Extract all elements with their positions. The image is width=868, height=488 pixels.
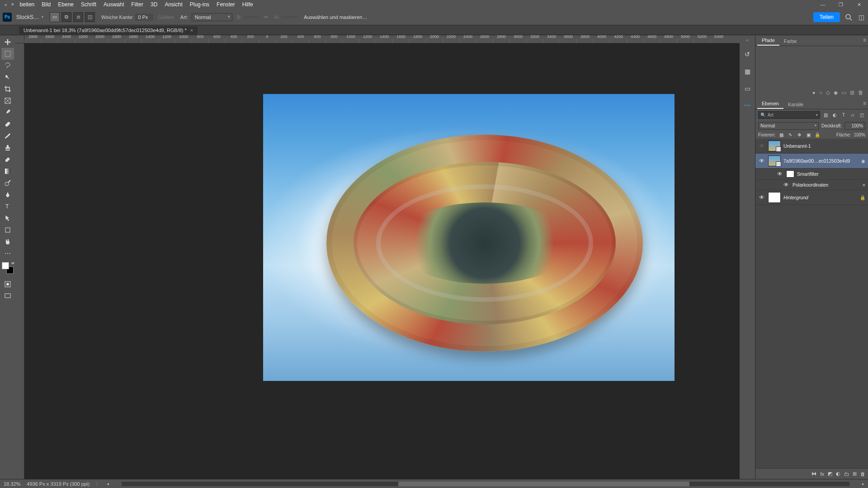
home-label[interactable]: StockS…	[16, 14, 39, 20]
menu-ansicht[interactable]: Ansicht	[161, 1, 186, 8]
gradient-tool[interactable]	[1, 165, 14, 177]
layer-row[interactable]: 👁 7a9f1960ae00…ec012503e4d9 ◉	[755, 154, 868, 169]
blend-mode-select[interactable]: Normal	[758, 122, 819, 130]
selection-intersect-button[interactable]: ◫	[85, 12, 95, 22]
menu-schrift[interactable]: Schrift	[77, 1, 100, 8]
path-mask-icon[interactable]: ▭	[841, 89, 846, 96]
more-tools-icon[interactable]: ⋯	[1, 248, 14, 259]
stamp-tool[interactable]	[1, 142, 14, 154]
swatches-panel-icon[interactable]: ▦	[742, 66, 753, 77]
menu-hilfe[interactable]: Hilfe	[239, 1, 257, 8]
lock-all-icon[interactable]: 🔒	[814, 132, 821, 137]
status-chevron-icon[interactable]: 〉	[96, 481, 100, 487]
minimize-button[interactable]: —	[814, 0, 832, 9]
select-and-mask-button[interactable]: Auswählen und maskieren…	[304, 14, 367, 20]
path-fill-icon[interactable]: ●	[812, 89, 816, 96]
layer-name[interactable]: Unbenannt-1	[783, 143, 865, 149]
layer-name[interactable]: Hintergrund	[783, 195, 857, 200]
path-selection-icon[interactable]: ◇	[826, 89, 830, 96]
hand-tool[interactable]	[1, 236, 14, 248]
selection-new-button[interactable]: ▭	[50, 12, 60, 22]
search-icon[interactable]	[844, 13, 853, 21]
scroll-left-icon[interactable]: ◂	[107, 481, 109, 486]
menu-fenster[interactable]: Fenster	[213, 1, 239, 8]
panel-menu-icon[interactable]: ≡	[863, 37, 866, 43]
selection-add-button[interactable]: ⧉	[61, 12, 71, 22]
quickmask-button[interactable]	[1, 278, 14, 290]
scrollbar-thumb[interactable]	[398, 482, 689, 486]
document-tab[interactable]: Unbenannt-1 bei 18,3% (7a9f1960ae00dd9fc…	[19, 26, 198, 34]
eyedropper-tool[interactable]	[1, 107, 14, 118]
layer-row[interactable]: 👁 Hintergrund 🔒	[755, 190, 868, 205]
color-swatches[interactable]: ⇄	[2, 262, 14, 274]
delete-layer-icon[interactable]: 🗑	[860, 471, 865, 477]
menu-3d[interactable]: 3D	[147, 1, 161, 8]
lock-transparency-icon[interactable]: ▦	[778, 132, 784, 137]
quick-select-tool[interactable]	[1, 71, 14, 83]
history-panel-icon[interactable]: ↺	[742, 49, 753, 60]
app-icon[interactable]: Ps	[3, 13, 12, 22]
layer-row[interactable]: 👁 Polarkoordinaten ≡	[755, 180, 868, 190]
screenmode-button[interactable]	[1, 290, 14, 302]
document-canvas[interactable]	[263, 94, 675, 381]
properties-panel-icon[interactable]: ▭	[742, 83, 753, 94]
filter-adjust-icon[interactable]: ◐	[831, 113, 838, 117]
adjustments-panel-icon[interactable]: 〰	[742, 100, 753, 111]
document-dimensions[interactable]: 4936 Px x 3319 Px (300 ppi)	[27, 481, 90, 487]
feather-input[interactable]: 0 Px	[135, 14, 153, 21]
layer-thumbnail[interactable]	[768, 192, 781, 203]
menu-bild[interactable]: Bild	[38, 1, 54, 8]
move-tool[interactable]	[1, 36, 14, 48]
lasso-tool[interactable]	[1, 60, 14, 71]
visibility-toggle[interactable]: 👁	[758, 194, 765, 201]
ruler-vertical[interactable]	[15, 35, 24, 479]
collapse-chevron-icon[interactable]: «	[746, 38, 748, 42]
layer-row[interactable]: 👁 Unbenannt-1	[755, 139, 868, 154]
path-combine-icon[interactable]: ◆	[834, 89, 838, 96]
selection-subtract-button[interactable]: ⧈	[73, 12, 83, 22]
visibility-toggle[interactable]: 👁	[758, 158, 765, 164]
ruler-origin[interactable]	[15, 35, 24, 43]
layer-filter-select[interactable]: 🔍 Art ▾	[758, 111, 820, 119]
layer-thumbnail[interactable]	[768, 141, 781, 151]
layers-menu-icon[interactable]: ≡	[863, 100, 866, 107]
menu-filter[interactable]: Filter	[127, 1, 147, 8]
tab-ebenen[interactable]: Ebenen	[757, 99, 783, 109]
lock-artboard-icon[interactable]: ▣	[805, 132, 811, 137]
filter-shape-icon[interactable]: ▱	[849, 113, 856, 117]
canvas-area[interactable]	[15, 35, 740, 479]
layer-name[interactable]: Smartfilter	[797, 171, 865, 177]
style-select[interactable]: Normal	[192, 13, 232, 21]
path-delete-icon[interactable]: 🗑	[858, 89, 863, 96]
filter-type-icon[interactable]: T	[840, 113, 847, 117]
visibility-toggle[interactable]: 👁	[776, 171, 783, 177]
scroll-right-icon[interactable]: ▸	[862, 481, 864, 486]
path-stroke-icon[interactable]: ○	[819, 89, 822, 96]
share-button[interactable]: Teilen	[813, 12, 840, 22]
lock-position-icon[interactable]: ✥	[796, 132, 802, 137]
link-layers-icon[interactable]: ⧓	[811, 471, 816, 477]
ruler-horizontal[interactable]	[24, 35, 740, 43]
eraser-tool[interactable]	[1, 154, 14, 165]
type-tool[interactable]: T	[1, 201, 14, 212]
pen-tool[interactable]	[1, 189, 14, 201]
visibility-toggle[interactable]: 👁	[783, 182, 790, 188]
path-select-tool[interactable]	[1, 212, 14, 224]
opacity-input[interactable]: 100%	[844, 122, 865, 130]
layer-name[interactable]: Polarkoordinaten	[793, 182, 860, 188]
workspace-icon[interactable]: ◫	[857, 13, 865, 21]
zoom-level[interactable]: 18.32%	[4, 481, 20, 487]
swap-colors-icon[interactable]: ⇄	[11, 261, 14, 265]
close-button[interactable]: ✕	[850, 0, 868, 9]
healing-tool[interactable]	[1, 118, 14, 130]
marquee-tool[interactable]	[1, 48, 14, 60]
path-new-icon[interactable]: ⊞	[850, 89, 854, 96]
new-layer-icon[interactable]: ⊞	[853, 471, 857, 477]
layer-mask-icon[interactable]: ◩	[828, 471, 832, 477]
filter-settings-icon[interactable]: ≡	[863, 183, 865, 188]
menu-ebene[interactable]: Ebene	[54, 1, 77, 8]
maximize-button[interactable]: ❐	[832, 0, 850, 9]
tab-pfade[interactable]: Pfade	[757, 36, 779, 46]
group-layers-icon[interactable]: 🗀	[844, 471, 849, 477]
filter-pixel-icon[interactable]: ▧	[822, 113, 829, 117]
